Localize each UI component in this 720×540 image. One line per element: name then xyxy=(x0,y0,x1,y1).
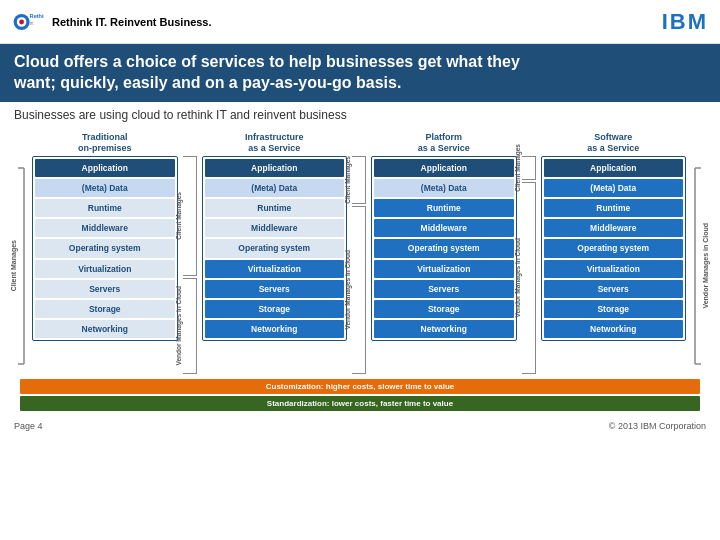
svg-text:Rethink: Rethink xyxy=(30,13,44,19)
row-traditional-2: Runtime xyxy=(35,199,175,217)
row-paas-1: (Meta) Data xyxy=(374,179,514,197)
row-saas-7: Storage xyxy=(544,300,684,318)
row-iaas-0: Application xyxy=(205,159,345,177)
columns-wrapper: Traditionalon-premisesApplication(Meta) … xyxy=(32,126,686,374)
svg-text:IT.: IT. xyxy=(30,21,34,26)
row-traditional-3: Middleware xyxy=(35,219,175,237)
row-traditional-8: Networking xyxy=(35,320,175,338)
row-saas-5: Virtualization xyxy=(544,260,684,278)
inter-col-annotation-1: Client ManagesVendor Manages in Cloud xyxy=(182,126,198,374)
row-iaas-7: Storage xyxy=(205,300,345,318)
row-traditional-7: Storage xyxy=(35,300,175,318)
reinvent-text: Reinvent Business. xyxy=(107,16,212,28)
left-annotations: Client Manages xyxy=(10,126,32,376)
row-iaas-4: Operating system xyxy=(205,239,345,257)
diagram-area: Client Manages Traditionalon-premisesApp… xyxy=(0,126,720,415)
svg-point-2 xyxy=(19,19,24,24)
banner-green: Standardization: lower costs, faster tim… xyxy=(20,396,700,411)
column-iaas: Infrastructureas a ServiceApplication(Me… xyxy=(202,126,348,374)
logo-area: Rethink IT. Rethink IT. Reinvent Busines… xyxy=(12,6,212,38)
column-saas: Softwareas a ServiceApplication(Meta) Da… xyxy=(541,126,687,374)
subtitle: Businesses are using cloud to rethink IT… xyxy=(0,102,720,126)
column-header-traditional: Traditionalon-premises xyxy=(32,126,178,154)
row-paas-8: Networking xyxy=(374,320,514,338)
row-traditional-0: Application xyxy=(35,159,175,177)
ibm-think-logo: Rethink IT. xyxy=(12,6,44,38)
vendor-manages-label: Vendor Manages in Cloud xyxy=(702,223,709,309)
column-inner-iaas: Application(Meta) DataRuntimeMiddlewareO… xyxy=(202,156,348,342)
header: Rethink IT. Rethink IT. Reinvent Busines… xyxy=(0,0,720,44)
row-iaas-8: Networking xyxy=(205,320,345,338)
column-header-iaas: Infrastructureas a Service xyxy=(202,126,348,154)
title-section: Cloud offers a choice of services to hel… xyxy=(0,44,720,102)
row-traditional-5: Virtualization xyxy=(35,260,175,278)
rethink-text: Rethink IT. xyxy=(52,16,107,28)
client-manages-label1: Client Manages xyxy=(10,240,17,291)
vendor-manages-col4: Vendor Manages in Cloud xyxy=(687,156,709,376)
client-manages-col1: Client Manages xyxy=(10,156,32,376)
row-iaas-3: Middleware xyxy=(205,219,345,237)
ibm-logo: IBM xyxy=(662,9,708,35)
row-iaas-1: (Meta) Data xyxy=(205,179,345,197)
inter-col-annotation-3: Client ManagesVendor Manages in Cloud xyxy=(521,126,537,374)
copyright: © 2013 IBM Corporation xyxy=(609,421,706,431)
page-number: Page 4 xyxy=(14,421,43,431)
row-saas-0: Application xyxy=(544,159,684,177)
row-paas-5: Virtualization xyxy=(374,260,514,278)
column-header-saas: Softwareas a Service xyxy=(541,126,687,154)
right-annotations: Vendor Manages in Cloud xyxy=(686,126,710,376)
column-inner-paas: Application(Meta) DataRuntimeMiddlewareO… xyxy=(371,156,517,342)
bottom-banners: Customization: higher costs, slower time… xyxy=(20,379,700,411)
footer: Page 4 © 2013 IBM Corporation xyxy=(0,417,720,435)
row-saas-6: Servers xyxy=(544,280,684,298)
row-saas-4: Operating system xyxy=(544,239,684,257)
row-saas-3: Middleware xyxy=(544,219,684,237)
column-header-paas: Platformas a Service xyxy=(371,126,517,154)
app-container: Rethink IT. Rethink IT. Reinvent Busines… xyxy=(0,0,720,435)
row-paas-2: Runtime xyxy=(374,199,514,217)
row-traditional-6: Servers xyxy=(35,280,175,298)
column-inner-traditional: Application(Meta) DataRuntimeMiddlewareO… xyxy=(32,156,178,342)
row-paas-0: Application xyxy=(374,159,514,177)
banner-orange: Customization: higher costs, slower time… xyxy=(20,379,700,394)
row-traditional-4: Operating system xyxy=(35,239,175,257)
row-paas-4: Operating system xyxy=(374,239,514,257)
header-tagline: Rethink IT. Reinvent Business. xyxy=(52,16,212,28)
column-traditional: Traditionalon-premisesApplication(Meta) … xyxy=(32,126,178,374)
row-paas-3: Middleware xyxy=(374,219,514,237)
row-iaas-6: Servers xyxy=(205,280,345,298)
row-saas-1: (Meta) Data xyxy=(544,179,684,197)
row-iaas-5: Virtualization xyxy=(205,260,345,278)
column-paas: Platformas a ServiceApplication(Meta) Da… xyxy=(371,126,517,374)
row-traditional-1: (Meta) Data xyxy=(35,179,175,197)
column-inner-saas: Application(Meta) DataRuntimeMiddlewareO… xyxy=(541,156,687,342)
page-title: Cloud offers a choice of services to hel… xyxy=(14,52,706,94)
row-saas-2: Runtime xyxy=(544,199,684,217)
row-saas-8: Networking xyxy=(544,320,684,338)
row-iaas-2: Runtime xyxy=(205,199,345,217)
row-paas-6: Servers xyxy=(374,280,514,298)
row-paas-7: Storage xyxy=(374,300,514,318)
inter-col-annotation-2: Client ManagesVendor Manages in Cloud xyxy=(351,126,367,374)
